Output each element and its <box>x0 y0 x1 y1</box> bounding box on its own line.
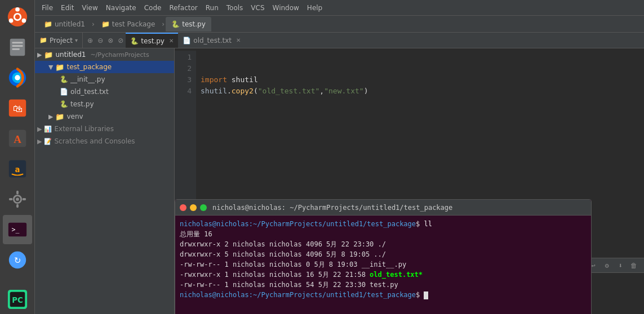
terminal-title: nicholas@nicholas: ~/PycharmProjects/unt… <box>212 204 452 212</box>
file-tree: ▶ 📁 untitled1 ~/PycharmProjects ▼ 📁 test… <box>35 48 175 314</box>
svg-text:↻: ↻ <box>14 255 21 266</box>
terminal-line-init: -rw-rw-r-- 1 nicholas nicholas 0 5月 8 19… <box>180 259 587 270</box>
firefox-icon[interactable] <box>3 63 32 92</box>
menu-file[interactable]: File <box>38 3 56 13</box>
pycharm-icon[interactable]: PC <box>3 285 32 314</box>
run-clear-btn[interactable]: 🗑 <box>628 260 639 271</box>
terminal-icon[interactable]: >_ <box>3 215 32 244</box>
code-line-4: shutil.copy2("old_test.txt","new.txt") <box>201 86 644 97</box>
tree-item-venv[interactable]: ▶ 📁 venv <box>35 110 174 123</box>
svg-point-2 <box>15 7 20 12</box>
terminal-maximize-btn[interactable] <box>200 204 207 211</box>
tree-item-old-test-txt[interactable]: 📄 old_test.txt <box>35 86 174 98</box>
menu-code[interactable]: Code <box>141 3 165 13</box>
svg-point-4 <box>8 19 13 23</box>
menu-bar: File Edit View Navigate Code Refactor Ru… <box>35 0 644 16</box>
svg-text:🛍: 🛍 <box>12 103 22 114</box>
toolbar-icon-3[interactable]: ⊗ <box>105 37 116 44</box>
terminal-line-prompt: nicholas@nicholas:~/PycharmProjects/unti… <box>180 219 587 229</box>
terminal-cursor <box>424 291 428 299</box>
menu-edit[interactable]: Edit <box>57 3 77 13</box>
toolbar-icon-1[interactable]: ⊕ <box>85 37 95 44</box>
tree-item-untitled1[interactable]: ▶ 📁 untitled1 ~/PycharmProjects <box>35 48 174 61</box>
svg-rect-8 <box>12 48 19 50</box>
top-tabs-bar: 📁 untitled1 › 📁 test Package › 🐍 test.py <box>35 16 644 33</box>
top-tab-test-package[interactable]: 📁 test Package <box>96 17 161 32</box>
tree-item-scratches[interactable]: ▶ 📝 Scratches and Consoles <box>35 135 174 147</box>
top-tab-untitled1[interactable]: 📁 untitled1 <box>38 17 91 32</box>
store-icon[interactable]: 🛍 <box>3 93 32 123</box>
terminal-line-testpy: -rw-rw-r-- 1 nicholas nicholas 54 5月 22 … <box>180 280 587 290</box>
close-test-py[interactable]: ✕ <box>169 38 174 44</box>
svg-text:>_: >_ <box>11 226 19 234</box>
terminal-line-dir1: drwxrwxr-x 2 nicholas nicholas 4096 5月 2… <box>180 239 587 249</box>
close-old-test[interactable]: ✕ <box>236 37 241 43</box>
code-line-2 <box>201 63 644 74</box>
svg-rect-23 <box>22 198 26 200</box>
run-settings-btn[interactable]: ⚙ <box>601 260 612 271</box>
terminal-minimize-btn[interactable] <box>190 204 197 211</box>
tree-item-ext-libs[interactable]: ▶ 📊 External Libraries <box>35 123 174 135</box>
svg-rect-21 <box>16 204 19 208</box>
terminal-line-total: 总用量 16 <box>180 229 587 239</box>
project-panel-tab[interactable]: 📁 Project ▾ <box>35 33 83 48</box>
svg-text:PC: PC <box>12 296 23 304</box>
svg-rect-6 <box>12 42 23 44</box>
editor-tab-test-py[interactable]: 🐍 test.py ✕ <box>126 33 178 48</box>
terminal-line-prompt2: nicholas@nicholas:~/PycharmProjects/unti… <box>180 290 587 300</box>
svg-point-11 <box>15 75 20 80</box>
app-sidebar: 🛍 A a >_ <box>0 0 35 314</box>
terminal-close-btn[interactable] <box>180 204 186 211</box>
menu-window[interactable]: Window <box>269 3 303 13</box>
terminal-panel: nicholas@nicholas: ~/PycharmProjects/unt… <box>175 199 592 314</box>
toolbar-icon-4[interactable]: ⊘ <box>116 37 126 44</box>
tree-item-test-package[interactable]: ▼ 📁 test_package <box>35 61 174 73</box>
terminal-body[interactable]: nicholas@nicholas:~/PycharmProjects/unti… <box>175 216 591 314</box>
svg-rect-22 <box>8 198 12 200</box>
svg-point-3 <box>21 19 26 23</box>
amazon-icon[interactable]: a <box>3 154 32 183</box>
editor-tab-old-test-txt[interactable]: 📄 old_test.txt ✕ <box>178 33 245 48</box>
settings-icon[interactable] <box>3 185 32 214</box>
editor-tabs-bar: 📁 Project ▾ ⊕ ⊖ ⊗ ⊘ 🐍 test.py ✕ 📄 old_te… <box>35 33 644 48</box>
files-icon[interactable] <box>3 33 32 62</box>
run-scroll-btn[interactable]: ⬇ <box>615 260 626 271</box>
code-line-3: import shutil <box>201 74 644 86</box>
svg-rect-7 <box>12 45 23 47</box>
svg-point-19 <box>16 198 19 201</box>
ubuntu-icon[interactable] <box>3 2 32 32</box>
menu-run[interactable]: Run <box>202 3 222 13</box>
menu-refactor[interactable]: Refactor <box>166 3 201 13</box>
svg-rect-20 <box>16 191 19 195</box>
tree-item-test-py[interactable]: 🐍 test.py <box>35 98 174 110</box>
top-tab-test-py[interactable]: 🐍 test.py <box>166 17 211 32</box>
menu-help[interactable]: Help <box>304 3 326 13</box>
update-icon[interactable]: ↻ <box>3 245 32 275</box>
menu-view[interactable]: View <box>78 3 101 13</box>
svg-text:a: a <box>15 165 20 174</box>
terminal-titlebar: nicholas@nicholas: ~/PycharmProjects/unt… <box>175 200 591 216</box>
menu-navigate[interactable]: Navigate <box>103 3 140 13</box>
fonts-icon[interactable]: A <box>3 124 32 153</box>
terminal-line-oldtest: -rwxrwxr-x 1 nicholas nicholas 16 5月 22 … <box>180 270 587 280</box>
terminal-line-dir2: drwxrwxr-x 5 nicholas nicholas 4096 5月 8… <box>180 249 587 259</box>
svg-text:A: A <box>14 133 21 145</box>
menu-tools[interactable]: Tools <box>223 3 247 13</box>
svg-rect-5 <box>10 39 25 56</box>
code-line-1 <box>201 52 644 63</box>
menu-vcs[interactable]: VCS <box>247 3 268 13</box>
toolbar-icon-2[interactable]: ⊖ <box>95 37 105 44</box>
tree-item-init[interactable]: 🐍 __init__.py <box>35 73 174 86</box>
ide-main: File Edit View Navigate Code Refactor Ru… <box>35 0 644 314</box>
content-area: ▶ 📁 untitled1 ~/PycharmProjects ▼ 📁 test… <box>35 48 644 314</box>
